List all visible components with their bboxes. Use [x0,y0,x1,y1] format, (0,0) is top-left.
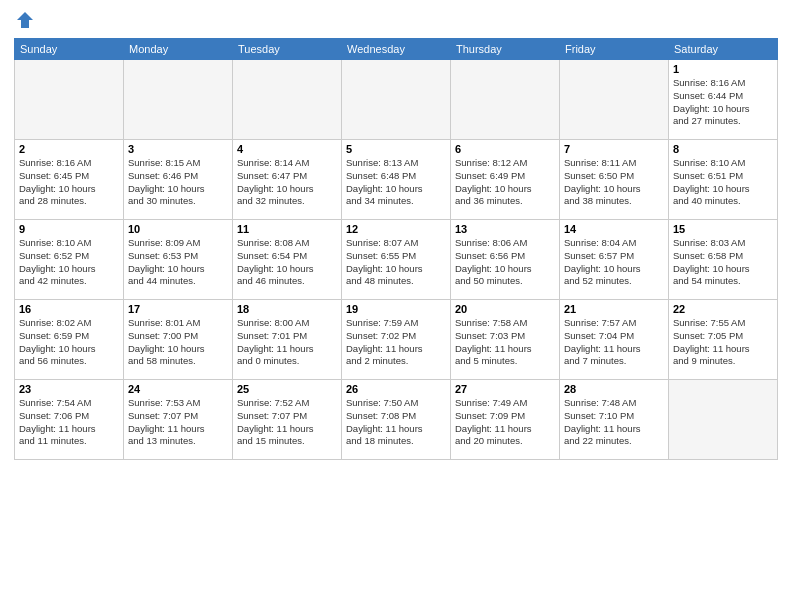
day-info: Sunrise: 7:54 AM Sunset: 7:06 PM Dayligh… [19,397,119,448]
day-number: 25 [237,383,337,395]
col-header-thursday: Thursday [451,39,560,60]
day-info: Sunrise: 7:50 AM Sunset: 7:08 PM Dayligh… [346,397,446,448]
day-number: 16 [19,303,119,315]
calendar-container: SundayMondayTuesdayWednesdayThursdayFrid… [0,0,792,612]
day-cell: 12Sunrise: 8:07 AM Sunset: 6:55 PM Dayli… [342,220,451,300]
day-cell: 8Sunrise: 8:10 AM Sunset: 6:51 PM Daylig… [669,140,778,220]
day-cell: 14Sunrise: 8:04 AM Sunset: 6:57 PM Dayli… [560,220,669,300]
col-header-saturday: Saturday [669,39,778,60]
day-number: 23 [19,383,119,395]
day-cell: 19Sunrise: 7:59 AM Sunset: 7:02 PM Dayli… [342,300,451,380]
day-number: 1 [673,63,773,75]
day-cell: 22Sunrise: 7:55 AM Sunset: 7:05 PM Dayli… [669,300,778,380]
day-cell: 4Sunrise: 8:14 AM Sunset: 6:47 PM Daylig… [233,140,342,220]
day-info: Sunrise: 8:13 AM Sunset: 6:48 PM Dayligh… [346,157,446,208]
day-cell: 1Sunrise: 8:16 AM Sunset: 6:44 PM Daylig… [669,60,778,140]
day-cell: 24Sunrise: 7:53 AM Sunset: 7:07 PM Dayli… [124,380,233,460]
day-number: 10 [128,223,228,235]
calendar-table: SundayMondayTuesdayWednesdayThursdayFrid… [14,38,778,460]
day-info: Sunrise: 8:14 AM Sunset: 6:47 PM Dayligh… [237,157,337,208]
day-cell [124,60,233,140]
logo-icon [15,10,35,30]
day-info: Sunrise: 8:06 AM Sunset: 6:56 PM Dayligh… [455,237,555,288]
col-header-monday: Monday [124,39,233,60]
day-number: 4 [237,143,337,155]
day-cell: 25Sunrise: 7:52 AM Sunset: 7:07 PM Dayli… [233,380,342,460]
col-header-sunday: Sunday [15,39,124,60]
col-header-tuesday: Tuesday [233,39,342,60]
week-row-2: 9Sunrise: 8:10 AM Sunset: 6:52 PM Daylig… [15,220,778,300]
day-info: Sunrise: 8:10 AM Sunset: 6:51 PM Dayligh… [673,157,773,208]
day-cell [451,60,560,140]
week-row-1: 2Sunrise: 8:16 AM Sunset: 6:45 PM Daylig… [15,140,778,220]
day-info: Sunrise: 8:16 AM Sunset: 6:44 PM Dayligh… [673,77,773,128]
day-info: Sunrise: 7:48 AM Sunset: 7:10 PM Dayligh… [564,397,664,448]
calendar-header-row: SundayMondayTuesdayWednesdayThursdayFrid… [15,39,778,60]
day-info: Sunrise: 7:49 AM Sunset: 7:09 PM Dayligh… [455,397,555,448]
day-number: 3 [128,143,228,155]
day-cell: 27Sunrise: 7:49 AM Sunset: 7:09 PM Dayli… [451,380,560,460]
day-cell [669,380,778,460]
svg-marker-0 [17,12,33,28]
day-number: 8 [673,143,773,155]
day-cell [560,60,669,140]
day-cell: 17Sunrise: 8:01 AM Sunset: 7:00 PM Dayli… [124,300,233,380]
day-cell: 20Sunrise: 7:58 AM Sunset: 7:03 PM Dayli… [451,300,560,380]
day-info: Sunrise: 8:08 AM Sunset: 6:54 PM Dayligh… [237,237,337,288]
day-info: Sunrise: 8:01 AM Sunset: 7:00 PM Dayligh… [128,317,228,368]
col-header-wednesday: Wednesday [342,39,451,60]
day-info: Sunrise: 8:03 AM Sunset: 6:58 PM Dayligh… [673,237,773,288]
day-number: 11 [237,223,337,235]
day-info: Sunrise: 8:00 AM Sunset: 7:01 PM Dayligh… [237,317,337,368]
day-cell: 7Sunrise: 8:11 AM Sunset: 6:50 PM Daylig… [560,140,669,220]
day-info: Sunrise: 8:04 AM Sunset: 6:57 PM Dayligh… [564,237,664,288]
day-cell: 18Sunrise: 8:00 AM Sunset: 7:01 PM Dayli… [233,300,342,380]
day-cell: 10Sunrise: 8:09 AM Sunset: 6:53 PM Dayli… [124,220,233,300]
day-cell [15,60,124,140]
day-cell: 13Sunrise: 8:06 AM Sunset: 6:56 PM Dayli… [451,220,560,300]
day-cell [342,60,451,140]
day-info: Sunrise: 8:15 AM Sunset: 6:46 PM Dayligh… [128,157,228,208]
day-number: 13 [455,223,555,235]
day-info: Sunrise: 8:10 AM Sunset: 6:52 PM Dayligh… [19,237,119,288]
day-cell: 23Sunrise: 7:54 AM Sunset: 7:06 PM Dayli… [15,380,124,460]
day-number: 5 [346,143,446,155]
day-number: 6 [455,143,555,155]
day-cell: 2Sunrise: 8:16 AM Sunset: 6:45 PM Daylig… [15,140,124,220]
day-info: Sunrise: 7:55 AM Sunset: 7:05 PM Dayligh… [673,317,773,368]
week-row-0: 1Sunrise: 8:16 AM Sunset: 6:44 PM Daylig… [15,60,778,140]
day-number: 20 [455,303,555,315]
day-number: 7 [564,143,664,155]
day-cell: 28Sunrise: 7:48 AM Sunset: 7:10 PM Dayli… [560,380,669,460]
week-row-3: 16Sunrise: 8:02 AM Sunset: 6:59 PM Dayli… [15,300,778,380]
day-info: Sunrise: 7:59 AM Sunset: 7:02 PM Dayligh… [346,317,446,368]
day-info: Sunrise: 7:52 AM Sunset: 7:07 PM Dayligh… [237,397,337,448]
day-number: 14 [564,223,664,235]
day-number: 21 [564,303,664,315]
day-number: 2 [19,143,119,155]
logo [14,10,35,30]
day-number: 27 [455,383,555,395]
day-info: Sunrise: 8:11 AM Sunset: 6:50 PM Dayligh… [564,157,664,208]
day-number: 17 [128,303,228,315]
day-info: Sunrise: 8:09 AM Sunset: 6:53 PM Dayligh… [128,237,228,288]
day-number: 22 [673,303,773,315]
day-cell: 26Sunrise: 7:50 AM Sunset: 7:08 PM Dayli… [342,380,451,460]
week-row-4: 23Sunrise: 7:54 AM Sunset: 7:06 PM Dayli… [15,380,778,460]
day-number: 26 [346,383,446,395]
day-number: 19 [346,303,446,315]
day-number: 28 [564,383,664,395]
col-header-friday: Friday [560,39,669,60]
day-info: Sunrise: 8:16 AM Sunset: 6:45 PM Dayligh… [19,157,119,208]
day-info: Sunrise: 7:57 AM Sunset: 7:04 PM Dayligh… [564,317,664,368]
day-cell [233,60,342,140]
day-info: Sunrise: 7:58 AM Sunset: 7:03 PM Dayligh… [455,317,555,368]
day-info: Sunrise: 8:07 AM Sunset: 6:55 PM Dayligh… [346,237,446,288]
day-cell: 6Sunrise: 8:12 AM Sunset: 6:49 PM Daylig… [451,140,560,220]
day-cell: 21Sunrise: 7:57 AM Sunset: 7:04 PM Dayli… [560,300,669,380]
day-cell: 5Sunrise: 8:13 AM Sunset: 6:48 PM Daylig… [342,140,451,220]
day-number: 12 [346,223,446,235]
day-number: 18 [237,303,337,315]
day-number: 15 [673,223,773,235]
day-cell: 9Sunrise: 8:10 AM Sunset: 6:52 PM Daylig… [15,220,124,300]
